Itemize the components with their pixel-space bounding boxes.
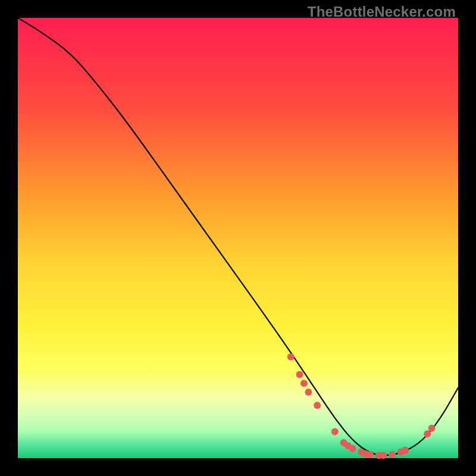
data-point-icon (349, 445, 356, 452)
data-point-icon (424, 430, 431, 437)
data-point-icon (367, 451, 374, 458)
data-point-icon (314, 402, 321, 409)
data-point-icon (296, 371, 303, 378)
data-point-icon (300, 380, 308, 387)
data-point-icon (331, 428, 339, 436)
data-point-icon (380, 452, 387, 459)
curve-line (18, 18, 458, 455)
data-point-icon (305, 389, 312, 396)
curve-markers (287, 353, 436, 459)
watermark-text: TheBottleNecker.com (308, 4, 456, 20)
data-point-icon (389, 451, 396, 458)
data-point-icon (402, 447, 409, 454)
data-point-icon (287, 353, 295, 361)
chart-overlay (18, 18, 458, 458)
data-point-icon (428, 425, 436, 432)
